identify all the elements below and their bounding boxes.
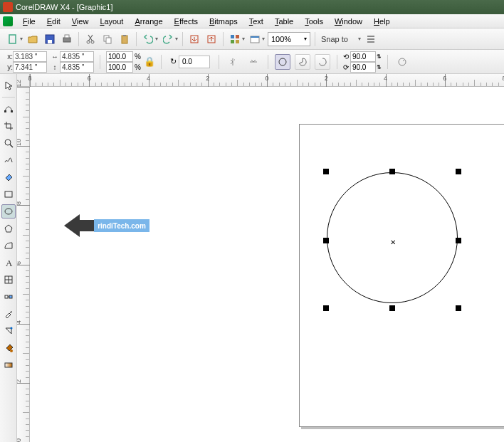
menu-edit[interactable]: Edit <box>47 17 61 26</box>
ellipse-object[interactable] <box>327 172 458 303</box>
x-field[interactable]: 3.183 " <box>13 51 47 62</box>
snap-dropdown[interactable]: ▾ <box>358 36 362 42</box>
interactive-fill-tool[interactable] <box>1 358 16 372</box>
lock-ratio-button[interactable]: 🔒 <box>144 52 155 72</box>
menu-arrange[interactable]: Arrange <box>135 17 162 26</box>
pick-tool[interactable] <box>1 78 16 93</box>
ruler-vertical[interactable]: 121086420 <box>17 87 30 442</box>
text-tool[interactable]: A <box>1 256 16 270</box>
height-field[interactable]: 4.835 " <box>60 62 94 73</box>
start-angle-field[interactable]: 90.0 <box>350 51 376 62</box>
toolbar-separator <box>100 55 100 69</box>
x-label: x: <box>4 53 13 60</box>
spinner-icon[interactable]: ⇅ <box>377 53 382 60</box>
menu-table[interactable]: Table <box>275 17 293 26</box>
redo-dropdown[interactable]: ▾ <box>175 36 179 42</box>
outline-tool[interactable] <box>1 324 16 338</box>
undo-button[interactable] <box>140 31 156 47</box>
app-launcher-button[interactable] <box>227 31 243 47</box>
shape-tool[interactable] <box>1 102 16 116</box>
toolbar-separator <box>268 55 268 69</box>
svg-point-23 <box>5 140 11 145</box>
selection-center-icon[interactable]: ✕ <box>390 238 396 246</box>
welcome-button[interactable] <box>247 31 263 47</box>
toolbar-separator <box>387 55 388 69</box>
snap-to-label[interactable]: Snap to <box>321 35 357 43</box>
basic-shapes-tool[interactable] <box>1 238 16 253</box>
redo-button[interactable] <box>160 31 176 47</box>
percent-label: % <box>135 53 141 60</box>
export-button[interactable] <box>204 31 219 47</box>
table-tool[interactable] <box>1 273 16 287</box>
crop-tool[interactable] <box>1 119 16 133</box>
ellipse-tool[interactable] <box>1 204 16 219</box>
menu-tools[interactable]: Tools <box>305 17 323 26</box>
selection-handle-bottom-left[interactable] <box>323 305 329 311</box>
spinner-icon[interactable]: ⇅ <box>377 64 382 70</box>
mirror-vertical-button[interactable] <box>246 54 261 70</box>
ruler-tick-label: 8 <box>17 201 22 205</box>
width-field[interactable]: 4.835 " <box>60 51 94 62</box>
direction-button[interactable] <box>394 54 410 70</box>
svg-point-25 <box>5 209 12 214</box>
rectangle-tool[interactable] <box>1 187 16 201</box>
svg-rect-13 <box>231 35 234 38</box>
selection-handle-bottom-center[interactable] <box>389 305 395 311</box>
zoom-tool[interactable] <box>1 136 16 150</box>
app-launcher-dropdown[interactable]: ▾ <box>242 36 246 42</box>
welcome-dropdown[interactable]: ▾ <box>262 36 266 42</box>
undo-dropdown[interactable]: ▾ <box>155 36 159 42</box>
mirror-horizontal-button[interactable] <box>226 54 241 70</box>
menu-file[interactable]: File <box>23 17 36 26</box>
canvas-area[interactable]: 864202468 121086420 ✕ rindiTech.com <box>17 74 504 442</box>
ruler-tick-label: 4 <box>17 320 22 324</box>
new-dropdown[interactable]: ▾ <box>20 36 24 42</box>
arc-angles-group: ⟲ 90.0 ⇅ ⟳ 90.0 ⇅ <box>343 51 382 72</box>
options-button[interactable] <box>363 31 379 47</box>
app-icon <box>3 2 13 12</box>
pie-shape-button[interactable] <box>295 54 310 70</box>
menu-window[interactable]: Window <box>335 17 362 26</box>
menu-help[interactable]: Help <box>374 17 390 26</box>
ruler-horizontal[interactable]: 864202468 <box>30 74 504 87</box>
interactive-tool[interactable] <box>1 290 16 304</box>
svg-rect-24 <box>5 191 12 197</box>
scale-y-field[interactable]: 100.0 <box>106 62 133 73</box>
import-button[interactable] <box>187 31 202 47</box>
fill-tool[interactable] <box>1 341 16 355</box>
standard-toolbar: ▾ ▾ ▾ ▾ ▾ 100%▾ Snap to ▾ <box>0 28 504 50</box>
freehand-tool[interactable] <box>1 153 16 167</box>
property-bar: x: 3.183 " y: 7.341 " ↔ 4.835 " ↕ 4.835 … <box>0 50 504 74</box>
copy-button[interactable] <box>100 31 115 47</box>
selection-handle-top-left[interactable] <box>323 169 329 174</box>
end-angle-field[interactable]: 90.0 <box>350 62 376 73</box>
eyedropper-tool[interactable] <box>1 307 16 321</box>
paste-button[interactable] <box>117 31 132 47</box>
rotation-field[interactable]: 0.0 <box>179 56 210 68</box>
menu-effects[interactable]: Effects <box>174 17 198 26</box>
ellipse-shape-button[interactable] <box>275 54 290 70</box>
y-field[interactable]: 7.341 " <box>13 62 47 73</box>
menu-text[interactable]: Text <box>249 17 263 26</box>
document-icon[interactable] <box>3 16 13 26</box>
polygon-tool[interactable] <box>1 221 16 236</box>
print-button[interactable] <box>59 31 75 47</box>
scale-x-field[interactable]: 100.0 <box>106 51 133 62</box>
selection-handle-middle-left[interactable] <box>323 238 329 243</box>
zoom-level[interactable]: 100%▾ <box>268 32 310 46</box>
selection-handle-bottom-right[interactable] <box>456 305 461 311</box>
toolbar-separator <box>223 32 224 46</box>
save-button[interactable] <box>42 31 58 47</box>
cut-button[interactable] <box>83 31 98 47</box>
zoom-value: 100% <box>271 35 291 43</box>
menu-layout[interactable]: Layout <box>100 17 123 26</box>
new-button[interactable] <box>5 31 21 47</box>
selection-handle-middle-right[interactable] <box>456 238 461 243</box>
open-button[interactable] <box>25 31 41 47</box>
arc-shape-button[interactable] <box>315 54 330 70</box>
menu-bitmaps[interactable]: Bitmaps <box>209 17 238 26</box>
menu-view[interactable]: View <box>72 17 89 26</box>
selection-handle-top-right[interactable] <box>456 169 461 174</box>
smart-fill-tool[interactable] <box>1 170 16 184</box>
selection-handle-top-center[interactable] <box>389 169 395 174</box>
